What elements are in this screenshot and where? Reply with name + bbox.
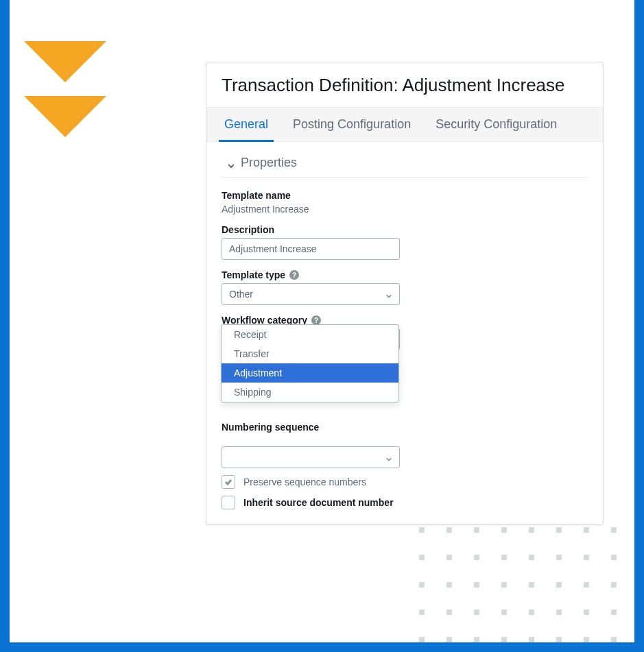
template-name-value: Adjustment Increase bbox=[222, 204, 588, 215]
dot-icon bbox=[446, 555, 452, 560]
dot-icon bbox=[556, 637, 562, 642]
dropdown-option-adjustment[interactable]: Adjustment bbox=[222, 363, 398, 383]
field-description: Description Adjustment Increase bbox=[222, 224, 588, 260]
dot-icon bbox=[556, 582, 562, 588]
dot-icon bbox=[556, 555, 562, 560]
dot-icon bbox=[529, 582, 534, 588]
inherit-source-checkbox[interactable] bbox=[222, 496, 235, 509]
dot-icon bbox=[474, 609, 479, 615]
dot-icon bbox=[419, 555, 425, 560]
dot-icon bbox=[474, 555, 479, 560]
numbering-sequence-label: Numbering sequence bbox=[222, 422, 588, 433]
preserve-sequence-checkbox[interactable] bbox=[222, 475, 235, 489]
dot-icon bbox=[446, 527, 452, 533]
dot-icon bbox=[584, 527, 589, 533]
triangle-decoration-icon bbox=[24, 41, 106, 82]
dot-icon bbox=[584, 637, 589, 642]
preserve-sequence-label: Preserve sequence numbers bbox=[243, 476, 366, 487]
dot-icon bbox=[419, 637, 425, 642]
triangle-decoration-icon bbox=[24, 96, 106, 137]
dot-icon bbox=[584, 582, 589, 588]
workflow-category-dropdown: Receipt Transfer Adjustment Shipping bbox=[221, 324, 399, 402]
dot-icon bbox=[611, 582, 617, 588]
dot-icon bbox=[446, 609, 452, 615]
properties-section-header[interactable]: Properties bbox=[222, 149, 588, 178]
preserve-sequence-row: Preserve sequence numbers bbox=[222, 475, 588, 489]
section-header-label: Properties bbox=[241, 156, 297, 170]
dot-icon bbox=[474, 527, 479, 533]
help-icon[interactable]: ? bbox=[289, 270, 299, 280]
template-name-label: Template name bbox=[222, 190, 588, 201]
dropdown-option-receipt[interactable]: Receipt bbox=[222, 325, 398, 344]
dot-icon bbox=[584, 555, 589, 560]
template-type-select[interactable]: Other bbox=[222, 283, 400, 305]
dot-icon bbox=[501, 527, 507, 533]
transaction-definition-panel: Transaction Definition: Adjustment Incre… bbox=[206, 62, 604, 525]
inherit-source-row: Inherit source document number bbox=[222, 496, 588, 509]
tab-security-configuration[interactable]: Security Configuration bbox=[423, 108, 569, 141]
chevron-down-icon bbox=[385, 454, 392, 461]
dot-icon bbox=[419, 609, 425, 615]
dot-icon bbox=[446, 637, 452, 642]
field-template-name: Template name Adjustment Increase bbox=[222, 190, 588, 215]
description-label: Description bbox=[222, 224, 588, 235]
inherit-source-label: Inherit source document number bbox=[243, 497, 394, 508]
dot-icon bbox=[501, 582, 507, 588]
dropdown-option-transfer[interactable]: Transfer bbox=[222, 344, 398, 363]
panel-title: Transaction Definition: Adjustment Incre… bbox=[206, 62, 603, 107]
field-numbering-sequence: Numbering sequence bbox=[222, 422, 588, 433]
dot-icon bbox=[611, 555, 617, 560]
dot-icon bbox=[501, 609, 507, 615]
dot-icon bbox=[611, 609, 617, 615]
help-icon[interactable]: ? bbox=[311, 315, 321, 325]
numbering-sequence-select[interactable] bbox=[222, 446, 400, 468]
dot-icon bbox=[529, 609, 534, 615]
template-type-value: Other bbox=[229, 289, 253, 300]
dot-icon bbox=[556, 527, 562, 533]
dot-icon bbox=[556, 609, 562, 615]
tab-posting-configuration[interactable]: Posting Configuration bbox=[281, 108, 423, 141]
template-type-label: Template type ? bbox=[222, 269, 588, 280]
field-template-type: Template type ? Other bbox=[222, 269, 588, 305]
dot-icon bbox=[474, 582, 479, 588]
dot-icon bbox=[501, 637, 507, 642]
dot-grid-decoration bbox=[419, 527, 617, 642]
dot-icon bbox=[419, 582, 425, 588]
dot-icon bbox=[446, 582, 452, 588]
chevron-down-icon bbox=[385, 291, 392, 298]
description-input[interactable]: Adjustment Increase bbox=[222, 238, 400, 260]
dot-icon bbox=[501, 555, 507, 560]
dot-icon bbox=[529, 555, 534, 560]
dot-icon bbox=[529, 637, 534, 642]
template-type-label-text: Template type bbox=[222, 269, 285, 280]
tabs: General Posting Configuration Security C… bbox=[206, 107, 603, 142]
dot-icon bbox=[529, 527, 534, 533]
chevron-down-icon bbox=[227, 159, 235, 167]
description-input-value: Adjustment Increase bbox=[229, 243, 317, 254]
dot-icon bbox=[611, 527, 617, 533]
dot-icon bbox=[584, 609, 589, 615]
dot-icon bbox=[474, 637, 479, 642]
dot-icon bbox=[611, 637, 617, 642]
tab-general[interactable]: General bbox=[212, 108, 281, 141]
dot-icon bbox=[419, 527, 425, 533]
dropdown-option-shipping[interactable]: Shipping bbox=[222, 383, 398, 402]
